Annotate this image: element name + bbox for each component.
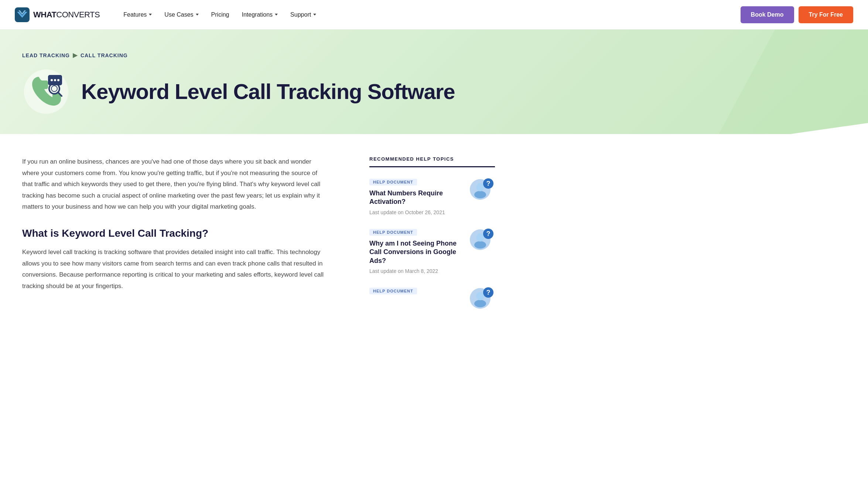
svg-point-12 [474, 191, 486, 198]
help-avatar-3: ? [469, 287, 495, 313]
breadcrumb-current: CALL TRACKING [81, 52, 128, 58]
svg-text:?: ? [486, 180, 491, 187]
help-card-1-title[interactable]: What Numbers Require Activation? [369, 189, 463, 206]
help-card-2-content: HELP DOCUMENT Why am I not Seeing Phone … [369, 229, 463, 274]
help-card-2: HELP DOCUMENT Why am I not Seeing Phone … [369, 229, 495, 274]
page-title: Keyword Level Call Tracking Software [81, 80, 455, 103]
logo-text: WHATCONVERTS [33, 10, 100, 20]
call-tracking-icon [22, 68, 70, 116]
chevron-down-icon [313, 14, 316, 16]
section1-body: Keyword level call tracking is tracking … [22, 247, 329, 292]
help-badge-2: HELP DOCUMENT [369, 229, 417, 236]
nav-pricing[interactable]: Pricing [206, 8, 235, 21]
sidebar: RECOMMENDED HELP TOPICS HELP DOCUMENT Wh… [355, 134, 510, 341]
nav-links: Features Use Cases Pricing Integrations … [118, 8, 740, 21]
svg-point-23 [476, 292, 484, 300]
hero-section: LEAD TRACKING ▶ CALL TRACKING [0, 30, 868, 145]
help-avatar-2: ? [469, 229, 495, 254]
svg-text:?: ? [486, 230, 491, 237]
book-demo-button[interactable]: Book Demo [741, 6, 794, 23]
chevron-down-icon [275, 14, 278, 16]
hero-icon [22, 68, 70, 116]
help-badge-1: HELP DOCUMENT [369, 179, 417, 185]
chevron-down-icon [149, 14, 152, 16]
help-card-1-date: Last update on October 26, 2021 [369, 209, 463, 215]
help-avatar-1: ? [469, 178, 495, 204]
section1-title: What is Keyword Level Call Tracking? [22, 227, 329, 239]
svg-point-5 [51, 79, 53, 81]
nav-use-cases[interactable]: Use Cases [159, 8, 204, 21]
svg-point-6 [54, 79, 56, 81]
navbar: WHATCONVERTS Features Use Cases Pricing … [0, 0, 868, 30]
nav-cta: Book Demo Try For Free [741, 6, 853, 23]
content-wrapper: If you run an online business, chances a… [0, 134, 868, 341]
sidebar-title: RECOMMENDED HELP TOPICS [369, 156, 495, 167]
hero-content: Keyword Level Call Tracking Software [22, 68, 846, 116]
chevron-down-icon [196, 14, 199, 16]
help-card-1-content: HELP DOCUMENT What Numbers Require Activ… [369, 178, 463, 215]
main-content: If you run an online business, chances a… [0, 134, 355, 341]
svg-point-22 [474, 300, 486, 307]
nav-support[interactable]: Support [285, 8, 321, 21]
svg-text:?: ? [486, 289, 491, 296]
svg-point-18 [476, 233, 484, 242]
breadcrumb-parent[interactable]: LEAD TRACKING [22, 52, 70, 58]
nav-integrations[interactable]: Integrations [237, 8, 283, 21]
help-card-1: HELP DOCUMENT What Numbers Require Activ… [369, 178, 495, 215]
breadcrumb-separator: ▶ [73, 52, 78, 59]
logo-icon [15, 7, 30, 22]
help-card-3-content: HELP DOCUMENT [369, 287, 463, 298]
help-card-3: HELP DOCUMENT ? [369, 287, 495, 313]
svg-point-13 [476, 183, 484, 191]
intro-paragraph: If you run an online business, chances a… [22, 156, 329, 213]
help-badge-3: HELP DOCUMENT [369, 288, 417, 294]
svg-point-7 [57, 79, 59, 81]
help-card-2-date: Last update on March 8, 2022 [369, 268, 463, 274]
help-card-2-title[interactable]: Why am I not Seeing Phone Call Conversio… [369, 239, 463, 265]
breadcrumb: LEAD TRACKING ▶ CALL TRACKING [22, 52, 846, 59]
svg-point-17 [474, 241, 486, 249]
try-for-free-button[interactable]: Try For Free [799, 6, 853, 23]
nav-features[interactable]: Features [118, 8, 157, 21]
logo[interactable]: WHATCONVERTS [15, 7, 100, 22]
